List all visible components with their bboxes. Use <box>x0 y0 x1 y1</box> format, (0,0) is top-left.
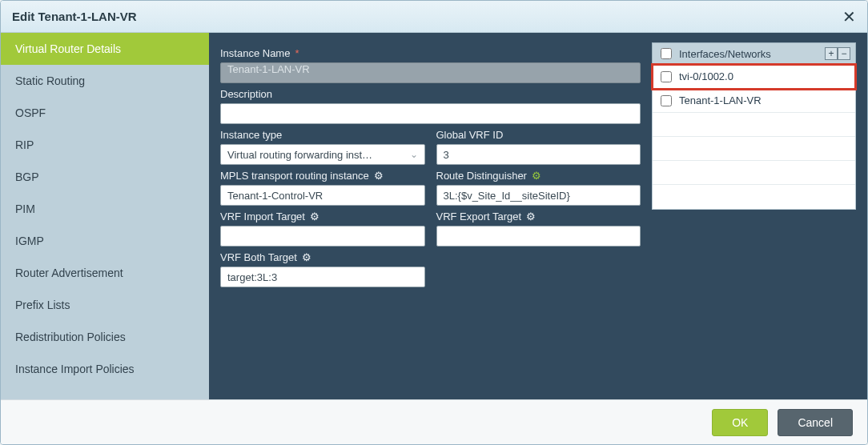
interfaces-row[interactable]: Tenant-1-LAN-VR <box>653 89 855 113</box>
vrf-import-field[interactable] <box>220 226 425 247</box>
interfaces-header-label: Interfaces/Networks <box>679 48 820 60</box>
sidebar-item-pim[interactable]: PIM <box>1 193 209 225</box>
interfaces-row-label: tvi-0/1002.0 <box>679 70 733 82</box>
vrf-export-label: VRF Export Target ⚙ <box>436 210 641 222</box>
sidebar-item-rip[interactable]: RIP <box>1 129 209 161</box>
vrf-both-label-text: VRF Both Target <box>220 251 297 263</box>
dialog-title: Edit Tenant-1-LAN-VR <box>12 10 137 23</box>
vrf-export-label-text: VRF Export Target <box>436 210 522 222</box>
instance-name-field: Tenant-1-LAN-VR <box>220 62 641 83</box>
gear-icon[interactable]: ⚙ <box>532 170 541 182</box>
interfaces-row-checkbox[interactable] <box>661 71 672 82</box>
interfaces-remove-button[interactable]: − <box>838 47 850 60</box>
sidebar-item-igmp[interactable]: IGMP <box>1 225 209 257</box>
interfaces-row-empty <box>653 137 855 161</box>
interfaces-select-all-checkbox[interactable] <box>661 48 672 59</box>
interfaces-row-empty <box>653 185 855 209</box>
edit-vr-dialog: Edit Tenant-1-LAN-VR ✕ Virtual Router De… <box>0 0 868 445</box>
gear-icon[interactable]: ⚙ <box>526 210 536 222</box>
sidebar-item-static-routing[interactable]: Static Routing <box>1 65 209 97</box>
interfaces-row-label: Tenant-1-LAN-VR <box>679 94 762 106</box>
titlebar: Edit Tenant-1-LAN-VR ✕ <box>1 1 867 33</box>
sidebar: Virtual Router Details Static Routing OS… <box>1 33 209 399</box>
form-column: Instance Name * Tenant-1-LAN-VR Descript… <box>220 42 641 287</box>
chevron-down-icon: ⌄ <box>410 149 418 160</box>
required-icon: * <box>295 47 299 59</box>
interfaces-add-button[interactable]: + <box>825 47 838 60</box>
vrf-export-field[interactable] <box>436 226 641 247</box>
sidebar-item-virtual-router-details[interactable]: Virtual Router Details <box>1 33 209 65</box>
dialog-body: Virtual Router Details Static Routing OS… <box>1 33 867 399</box>
ok-button[interactable]: OK <box>712 409 768 436</box>
interfaces-row-empty <box>653 113 855 137</box>
mpls-label-text: MPLS transport routing instance <box>220 170 369 182</box>
interfaces-panel: Interfaces/Networks + − tvi-0/1002.0 Ten… <box>652 42 856 210</box>
instance-name-label-text: Instance Name <box>220 47 290 59</box>
cancel-button[interactable]: Cancel <box>778 409 853 436</box>
rd-label-text: Route Distinguisher <box>436 170 527 182</box>
rd-field[interactable] <box>436 185 641 206</box>
interfaces-list: tvi-0/1002.0 Tenant-1-LAN-VR <box>652 65 856 210</box>
mpls-field[interactable] <box>220 185 425 206</box>
global-vrf-id-label: Global VRF ID <box>436 129 641 141</box>
sidebar-item-ospf[interactable]: OSPF <box>1 97 209 129</box>
instance-type-value: Virtual routing forwarding inst… <box>227 149 372 161</box>
sidebar-item-router-advertisement[interactable]: Router Advertisement <box>1 257 209 289</box>
interfaces-header: Interfaces/Networks + − <box>652 42 856 65</box>
rd-label: Route Distinguisher ⚙ <box>436 170 641 182</box>
main-form: Instance Name * Tenant-1-LAN-VR Descript… <box>209 33 867 399</box>
sidebar-item-prefix-lists[interactable]: Prefix Lists <box>1 289 209 321</box>
description-field[interactable] <box>220 103 641 124</box>
instance-type-label: Instance type <box>220 129 425 141</box>
interfaces-row-empty <box>653 161 855 185</box>
sidebar-item-redistribution-policies[interactable]: Redistribution Policies <box>1 321 209 353</box>
sidebar-item-bgp[interactable]: BGP <box>1 161 209 193</box>
interfaces-row-checkbox[interactable] <box>661 95 672 106</box>
vrf-both-label: VRF Both Target ⚙ <box>220 251 425 263</box>
instance-name-label: Instance Name * <box>220 47 641 59</box>
instance-type-select[interactable]: Virtual routing forwarding inst… ⌄ <box>220 144 425 165</box>
description-label: Description <box>220 88 641 100</box>
vrf-both-field[interactable] <box>220 267 425 287</box>
interfaces-row[interactable]: tvi-0/1002.0 <box>653 65 855 89</box>
global-vrf-id-field[interactable] <box>436 144 641 165</box>
dialog-footer: OK Cancel <box>1 399 867 444</box>
vrf-import-label-text: VRF Import Target <box>220 210 305 222</box>
sidebar-item-instance-import-policies[interactable]: Instance Import Policies <box>1 353 209 385</box>
close-icon[interactable]: ✕ <box>842 9 856 25</box>
mpls-label: MPLS transport routing instance ⚙ <box>220 170 425 182</box>
gear-icon[interactable]: ⚙ <box>302 251 311 263</box>
vrf-import-label: VRF Import Target ⚙ <box>220 210 425 222</box>
gear-icon[interactable]: ⚙ <box>374 170 384 182</box>
gear-icon[interactable]: ⚙ <box>310 210 319 222</box>
